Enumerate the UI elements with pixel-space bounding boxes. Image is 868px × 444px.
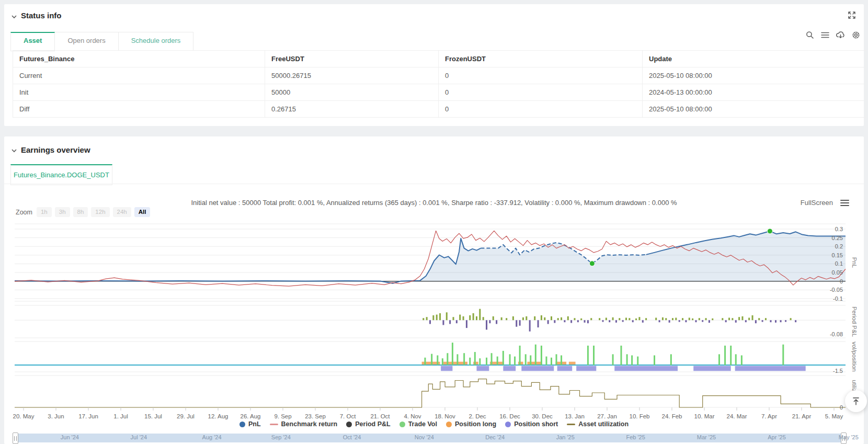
navigator-label: Aug '24: [202, 434, 222, 440]
navigator-label: Dec '24: [485, 434, 505, 440]
app-root: Status info AssetOpen ordersSchedule ord…: [0, 0, 868, 444]
search-icon[interactable]: [805, 30, 815, 40]
chart-legend: PnLBenchmark returnPeriod P&LTrade VolPo…: [5, 420, 863, 428]
cell: 0: [439, 101, 643, 118]
legend-item-benchmark-return[interactable]: Benchmark return: [270, 420, 338, 428]
period-p-l-marker-icon: [346, 422, 352, 427]
status-tabs: AssetOpen ordersSchedule orders: [10, 32, 193, 51]
navigator-label: Feb '25: [626, 434, 645, 440]
column-header-update: Update: [643, 51, 866, 67]
navigator-label: Jun '24: [61, 434, 79, 440]
zoom-button-all[interactable]: All: [134, 207, 151, 217]
tab-asset[interactable]: Asset: [10, 32, 55, 51]
legend-item-position-short[interactable]: Position short: [505, 420, 558, 428]
cell: 2025-05-10 08:00:00: [643, 101, 866, 118]
asset-utilization-marker-icon: [567, 424, 575, 425]
cloud-download-icon[interactable]: [836, 30, 846, 40]
collapse-chevron-icon[interactable]: [10, 14, 18, 20]
legend-label: Position short: [514, 420, 558, 428]
table-row-current: Current50000.2671502025-05-10 08:00:00: [13, 67, 866, 84]
zoom-button-12h[interactable]: 12h: [91, 207, 109, 217]
earnings-overview-card: [4, 136, 864, 444]
tab-open-orders[interactable]: Open orders: [55, 32, 118, 51]
cell: 0: [439, 84, 643, 101]
cell[interactable]: Current: [13, 67, 265, 84]
trade-vol-marker-icon: [399, 422, 405, 427]
legend-item-pnl[interactable]: PnL: [239, 420, 261, 428]
pnl-marker-icon: [239, 422, 245, 427]
navigator-label: Jul '24: [131, 434, 147, 440]
cell: 2025-05-10 08:00:00: [643, 67, 866, 84]
earnings-stats-line: Initial net value : 50000 Total profit: …: [5, 199, 863, 207]
legend-label: Asset utilization: [578, 420, 629, 428]
cell: 2024-05-13 00:00:00: [643, 84, 866, 101]
asset-table-header: Futures_BinanceFreeUSDTFrozenUSDTUpdate: [13, 51, 866, 67]
earnings-overview-title: Earnings overview: [21, 145, 90, 154]
zoom-controls: Zoom 1h3h8h12h24hAll: [16, 207, 150, 217]
cell: 0.26715: [265, 101, 439, 118]
navigator-label: Oct '24: [343, 434, 361, 440]
menu-icon[interactable]: [820, 30, 830, 40]
navigator-label: Apr '25: [768, 434, 786, 440]
zoom-button-1h[interactable]: 1h: [37, 207, 52, 217]
legend-label: Trade Vol: [408, 420, 437, 428]
navigator-label: Nov '24: [415, 434, 434, 440]
chart-navigator[interactable]: Jun '24Jul '24Aug '24Sep '24Oct '24Nov '…: [13, 434, 846, 442]
legend-label: PnL: [248, 420, 261, 428]
expand-icon[interactable]: [847, 10, 856, 20]
navigator-label: Mar '25: [697, 434, 716, 440]
zoom-label: Zoom: [16, 209, 32, 216]
legend-label: Position long: [455, 420, 496, 428]
asset-table: Futures_BinanceFreeUSDTFrozenUSDTUpdate …: [13, 50, 866, 118]
table-row-diff: Diff0.2671502025-05-10 08:00:00: [13, 101, 866, 118]
position-short-marker-icon: [505, 422, 511, 427]
legend-label: Period P&L: [355, 420, 390, 428]
legend-item-position-long[interactable]: Position long: [446, 420, 496, 428]
column-header-futures-binance: Futures_Binance: [13, 51, 265, 67]
position-long-marker-icon: [446, 422, 452, 427]
chart-toolbar: FullScreen: [801, 198, 849, 208]
cell: 0: [439, 67, 643, 84]
cell: 50000.26715: [265, 67, 439, 84]
column-header-freeusdt: FreeUSDT: [265, 51, 439, 67]
tab-schedule-orders[interactable]: Schedule orders: [119, 32, 194, 51]
to-top-icon: [851, 396, 861, 406]
cell: Init: [13, 84, 265, 101]
zoom-button-24h[interactable]: 24h: [113, 207, 131, 217]
navigator-label: Sep '24: [271, 434, 291, 440]
divider: [4, 184, 864, 184]
collapse-chevron-icon[interactable]: [10, 147, 18, 154]
back-to-top-button[interactable]: [845, 390, 867, 412]
cell: Diff: [13, 101, 265, 118]
legend-label: Benchmark return: [281, 420, 338, 428]
status-toolbar: [805, 30, 861, 40]
zoom-button-8h[interactable]: 8h: [73, 207, 88, 217]
benchmark-return-marker-icon: [270, 424, 278, 425]
zoom-button-3h[interactable]: 3h: [55, 207, 70, 217]
status-info-title: Status info: [21, 11, 62, 20]
cell: 50000: [265, 84, 439, 101]
column-header-frozenusdt: FrozenUSDT: [439, 51, 643, 67]
navigator-label: May '25: [839, 434, 859, 440]
fullscreen-button[interactable]: FullScreen: [801, 199, 833, 207]
navigator-left-handle[interactable]: [13, 432, 18, 444]
legend-item-period-p-l[interactable]: Period P&L: [346, 420, 390, 428]
chart-menu-icon[interactable]: [840, 198, 849, 208]
settings-icon[interactable]: [851, 30, 861, 40]
legend-item-asset-utilization[interactable]: Asset utilization: [567, 420, 629, 428]
legend-item-trade-vol[interactable]: Trade Vol: [399, 420, 437, 428]
table-row-init: Init5000002024-05-13 00:00:00: [13, 84, 866, 101]
navigator-label: Jan '25: [556, 434, 575, 440]
tab-futures-binance-doge-usdt[interactable]: Futures_Binance.DOGE_USDT: [10, 164, 112, 185]
